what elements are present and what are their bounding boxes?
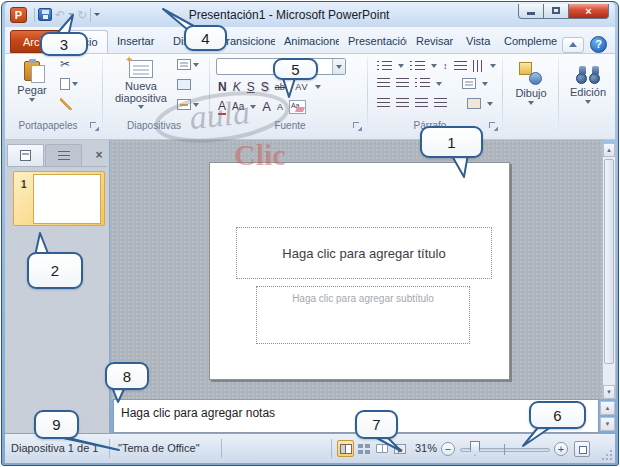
columns-icon[interactable] [415, 78, 430, 89]
tab-animaciones[interactable]: Animaciones [275, 30, 339, 53]
smartart-convert-icon[interactable] [462, 78, 476, 89]
new-slide-label: Nueva diapositiva [110, 80, 172, 104]
help-button[interactable]: ? [590, 36, 607, 53]
tab-revisar[interactable]: Revisar [407, 30, 457, 53]
chevron-down-icon [250, 105, 256, 109]
undo-dropdown-icon[interactable] [68, 13, 74, 16]
change-case-button[interactable]: Aa [232, 100, 244, 114]
shrink-font-button[interactable]: A [277, 100, 283, 114]
tab-vista[interactable]: Vista [457, 30, 495, 53]
slide-thumbnail-selected[interactable]: 1 [13, 171, 105, 226]
reset-slide-button[interactable] [177, 79, 191, 90]
editing-label: Edición [570, 86, 606, 98]
character-spacing-button[interactable]: AV [295, 80, 308, 94]
tab-esquema[interactable] [45, 144, 82, 166]
redo-icon[interactable]: ↻ [77, 9, 87, 21]
font-color-button[interactable]: A [218, 99, 226, 115]
grow-font-button[interactable]: A [262, 100, 271, 114]
italic-button[interactable]: K [233, 80, 241, 94]
text-shadow-button[interactable]: S [261, 80, 269, 94]
view-slideshow-button[interactable] [391, 440, 408, 457]
resize-grip[interactable] [601, 449, 612, 460]
view-reading-button[interactable] [373, 440, 390, 457]
vertical-scrollbar[interactable]: ▲ ▼ [602, 143, 616, 399]
bold-button[interactable]: N [218, 80, 227, 94]
chevron-down-icon [436, 82, 442, 86]
callout-6: 6 [529, 401, 586, 429]
zoom-in-button[interactable]: + [554, 442, 568, 456]
line-spacing-icon[interactable]: ↕ [443, 59, 448, 73]
slide-layout-button[interactable] [177, 59, 199, 70]
slide-workspace[interactable]: Haga clic para agregar título Haga clic … [111, 140, 602, 399]
callout-8: 8 [105, 362, 149, 390]
status-bar: Diapositiva 1 de 1 "Tema de Office" 31% … [5, 433, 615, 463]
scroll-down-button[interactable]: ▼ [603, 385, 615, 399]
line-spacing-bars-icon[interactable] [454, 61, 467, 72]
notes-placeholder[interactable]: Haga clic para agregar notas [121, 406, 275, 420]
text-direction-icon[interactable] [473, 60, 484, 72]
new-slide-button[interactable]: ✦ Nueva diapositiva [109, 57, 173, 118]
powerpoint-logo-icon[interactable]: P [10, 7, 27, 23]
decrease-indent-icon[interactable] [377, 78, 390, 89]
underline-button[interactable]: S [247, 80, 255, 94]
strikethrough-button[interactable]: abc [275, 80, 290, 94]
zoom-slider-thumb[interactable] [470, 441, 480, 456]
fit-to-window-button[interactable] [574, 441, 590, 457]
chevron-down-icon [398, 64, 404, 68]
drawing-label: Dibujo [515, 87, 546, 99]
title-placeholder[interactable]: Haga clic para agregar título [236, 227, 492, 279]
text-rotate-icon[interactable] [467, 98, 481, 109]
copy-button[interactable] [60, 78, 78, 90]
notes-scroll-up-button[interactable]: ▲ [600, 401, 615, 415]
zoom-level[interactable]: 31% [415, 442, 437, 454]
tab-complementos[interactable]: Complementos [495, 30, 557, 53]
align-right-icon[interactable] [415, 98, 428, 109]
theme-indicator: "Tema de Office" [118, 442, 200, 454]
notes-scrollbar[interactable]: ▲ ▼ [600, 401, 615, 431]
paste-button[interactable]: Pegar [11, 57, 53, 118]
bullets-icon[interactable] [377, 61, 392, 72]
view-normal-button[interactable] [337, 440, 354, 457]
view-sorter-button[interactable] [355, 440, 372, 457]
chevron-down-icon [193, 103, 199, 107]
minimize-ribbon-button[interactable] [562, 37, 584, 53]
zoom-out-button[interactable]: − [441, 442, 455, 456]
font-style-row: N K S S abc AV [218, 80, 321, 94]
paragraph-dialog-launcher[interactable] [489, 122, 498, 131]
align-center-icon[interactable] [396, 98, 409, 109]
cut-button[interactable]: ✂ [60, 58, 70, 70]
tab-diapositivas[interactable] [7, 144, 44, 166]
scroll-up-button[interactable]: ▲ [603, 143, 615, 157]
format-painter-button[interactable] [60, 98, 72, 110]
chevron-down-icon [72, 82, 78, 86]
clear-formatting-button[interactable]: Aa [289, 100, 306, 114]
increase-indent-icon[interactable] [396, 78, 409, 89]
notes-scroll-down-button[interactable]: ▼ [600, 417, 615, 431]
align-left-icon[interactable] [377, 98, 390, 109]
save-icon[interactable] [38, 8, 52, 21]
subtitle-placeholder[interactable]: Haga clic para agregar subtítulo [256, 286, 470, 344]
justify-icon[interactable] [434, 98, 447, 109]
font-dialog-launcher[interactable] [353, 122, 362, 131]
tab-insertar[interactable]: Insertar [108, 30, 164, 53]
numbering-icon[interactable] [410, 61, 425, 72]
drawing-menu-button[interactable]: Dibujo [508, 57, 554, 118]
separator [502, 57, 503, 135]
section-icon [177, 99, 191, 110]
sparkle-icon: ✦ [125, 55, 133, 65]
slide-canvas[interactable]: Haga clic para agregar título Haga clic … [209, 162, 510, 380]
maximize-button[interactable] [544, 4, 569, 19]
slideshow-icon [394, 444, 406, 454]
close-panel-button[interactable]: × [91, 147, 107, 163]
minimize-button[interactable] [518, 4, 544, 19]
editing-menu-button[interactable]: Edición [564, 57, 612, 118]
tab-presentacion[interactable]: Presentación [339, 30, 407, 53]
close-button[interactable]: × [569, 4, 609, 19]
section-button[interactable] [177, 99, 199, 110]
undo-icon[interactable]: ↶ [55, 9, 65, 21]
close-icon: × [585, 5, 591, 17]
clipboard-dialog-launcher[interactable] [90, 122, 99, 131]
separator [367, 57, 368, 135]
down-arrow-icon: ▼ [605, 421, 611, 427]
scrollbar-thumb[interactable] [604, 159, 614, 364]
